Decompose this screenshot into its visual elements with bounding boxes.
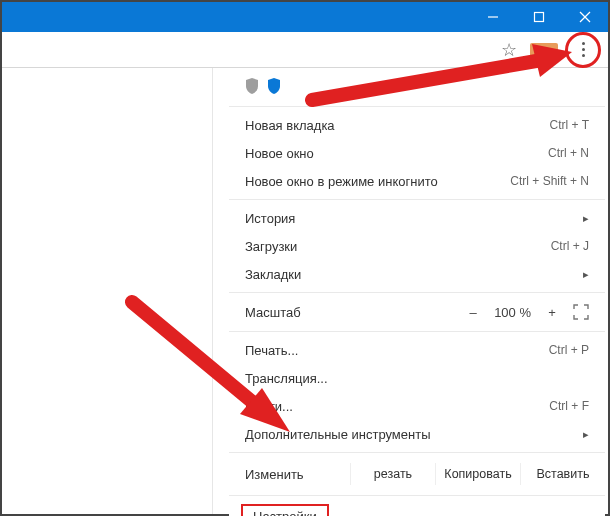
window-maximize-button[interactable]	[516, 2, 562, 32]
zoom-out-button[interactable]: –	[466, 305, 480, 320]
menu-item-more-tools[interactable]: Дополнительные инструменты ▸	[229, 420, 605, 448]
browser-toolbar: ☆	[2, 32, 608, 68]
menu-label: Дополнительные инструменты	[245, 427, 431, 442]
window-close-button[interactable]	[562, 2, 608, 32]
menu-shortcut: Ctrl + P	[549, 343, 589, 357]
menu-item-new-tab[interactable]: Новая вкладка Ctrl + T	[229, 111, 605, 139]
menu-shortcut: Ctrl + Shift + N	[510, 174, 589, 188]
menu-item-bookmarks[interactable]: Закладки ▸	[229, 260, 605, 288]
menu-shortcut: Ctrl + T	[550, 118, 589, 132]
menu-label: Трансляция...	[245, 371, 328, 386]
menu-shortcut: Ctrl + F	[549, 399, 589, 413]
annotation-highlight: Настройки	[241, 504, 329, 516]
edit-cut-button[interactable]: резать	[350, 463, 435, 485]
menu-label: Найти...	[245, 399, 293, 414]
menu-item-new-window[interactable]: Новое окно Ctrl + N	[229, 139, 605, 167]
menu-item-edit: Изменить резать Копировать Вставить	[229, 457, 605, 491]
menu-item-history[interactable]: История ▸	[229, 204, 605, 232]
menu-shortcut: Ctrl + J	[551, 239, 589, 253]
menu-label: Новое окно	[245, 146, 314, 161]
menu-label: Загрузки	[245, 239, 297, 254]
zoom-value: 100 %	[494, 305, 531, 320]
shield-grey-icon[interactable]	[245, 78, 259, 94]
menu-shortcut: Ctrl + N	[548, 146, 589, 160]
window-titlebar	[2, 2, 608, 32]
menu-item-find[interactable]: Найти... Ctrl + F	[229, 392, 605, 420]
content-divider	[212, 68, 213, 514]
menu-label: Печать...	[245, 343, 298, 358]
menu-item-downloads[interactable]: Загрузки Ctrl + J	[229, 232, 605, 260]
shield-blue-icon[interactable]	[267, 78, 281, 94]
settings-label: Настройки	[253, 509, 317, 516]
menu-label: История	[245, 211, 295, 226]
browser-menu-button[interactable]	[568, 35, 598, 65]
chevron-right-icon: ▸	[583, 428, 589, 441]
menu-label: Новая вкладка	[245, 118, 335, 133]
menu-label: Закладки	[245, 267, 301, 282]
menu-item-incognito[interactable]: Новое окно в режиме инкогнито Ctrl + Shi…	[229, 167, 605, 195]
fullscreen-icon[interactable]	[573, 304, 589, 320]
menu-item-zoom: Масштаб – 100 % +	[229, 297, 605, 327]
edit-label: Изменить	[245, 467, 350, 482]
profile-avatar[interactable]	[530, 43, 558, 57]
zoom-in-button[interactable]: +	[545, 305, 559, 320]
window-minimize-button[interactable]	[470, 2, 516, 32]
zoom-label: Масштаб	[245, 305, 466, 320]
menu-label: Новое окно в режиме инкогнито	[245, 174, 438, 189]
chevron-right-icon: ▸	[583, 212, 589, 225]
bookmark-star-icon[interactable]: ☆	[498, 39, 520, 61]
menu-item-settings[interactable]: Настройки	[229, 500, 605, 516]
browser-dropdown-menu: Новая вкладка Ctrl + T Новое окно Ctrl +…	[229, 68, 605, 516]
chevron-right-icon: ▸	[583, 268, 589, 281]
menu-item-cast[interactable]: Трансляция...	[229, 364, 605, 392]
vertical-dots-icon	[582, 42, 585, 57]
extension-icons-row	[229, 68, 605, 102]
svg-rect-1	[535, 13, 544, 22]
menu-item-print[interactable]: Печать... Ctrl + P	[229, 336, 605, 364]
edit-paste-button[interactable]: Вставить	[520, 463, 605, 485]
edit-copy-button[interactable]: Копировать	[435, 463, 520, 485]
